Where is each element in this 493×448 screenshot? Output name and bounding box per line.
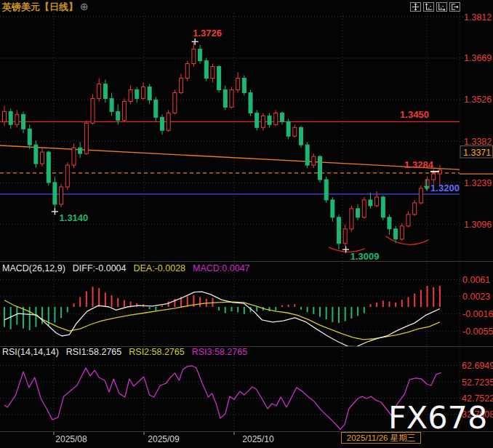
axis-scale-up-icon [425, 3, 433, 11]
time-axis: 2025/082025/092025/10 [54, 432, 274, 444]
svg-text:1.3284: 1.3284 [404, 159, 434, 170]
svg-text:1.3669: 1.3669 [464, 53, 492, 63]
svg-text:-0.0016: -0.0016 [462, 309, 493, 319]
svg-text:1.3526: 1.3526 [464, 95, 492, 105]
svg-text:0.0023: 0.0023 [462, 292, 490, 302]
chart-window: 1.37261.31401.30091.34501.32841.32001.38… [0, 0, 493, 448]
svg-text:1.3009: 1.3009 [350, 251, 380, 262]
macd-panel [4, 286, 441, 347]
svg-text:1.3200: 1.3200 [430, 183, 460, 193]
rsi-panel [4, 366, 441, 429]
svg-text:1.3726: 1.3726 [193, 28, 222, 39]
move-icon [412, 3, 420, 11]
watermark: FX678 [388, 399, 487, 436]
swing-annotations: 1.37261.31401.30091.34501.32841.3200 [52, 28, 460, 262]
price-panel: 1.37261.31401.30091.34501.32841.3200 [0, 28, 460, 262]
svg-text:1.3096: 1.3096 [464, 220, 492, 230]
chart-toolbar [410, 2, 460, 12]
add-indicator-icon[interactable]: ⊕ [80, 1, 89, 12]
symbol-title: 英镑美元 [2, 1, 40, 12]
rsi-params: RSI(14,14,14) [2, 347, 59, 357]
svg-text:1.3450: 1.3450 [400, 109, 429, 120]
axis-scale-right-button[interactable] [436, 2, 447, 12]
svg-text:62.6949: 62.6949 [462, 361, 493, 371]
current-price-box: 1.3371 [460, 146, 493, 159]
macd-params: MACD(26,12,9) [2, 263, 65, 273]
exit-chart-button[interactable] [449, 2, 460, 12]
svg-text:2025/09: 2025/09 [148, 434, 180, 444]
svg-text:1.3140: 1.3140 [60, 212, 89, 223]
rsi3-value: RSI3:58.2765 [192, 347, 247, 357]
svg-text:1.3239: 1.3239 [464, 178, 492, 188]
macd-header: MACD(26,12,9)DIFF:-0.0004DEA:-0.0028MACD… [2, 263, 257, 273]
exit-icon [451, 3, 459, 11]
svg-text:52.7235: 52.7235 [462, 377, 493, 388]
svg-text:1.3371: 1.3371 [463, 148, 491, 158]
axis-scale-right-icon [438, 3, 446, 11]
macd-dea-value: DEA:-0.0028 [133, 263, 185, 273]
rsi-header: RSI(14,14,14)RSI1:58.2765RSI2:58.2765RSI… [2, 347, 254, 357]
svg-text:1.3382: 1.3382 [464, 137, 492, 147]
svg-text:-0.0055: -0.0055 [462, 327, 493, 337]
price-axis: 1.38121.36691.35261.33821.32391.30961.33… [460, 12, 493, 420]
titlebar: 英镑美元【日线】⊕ [2, 1, 89, 14]
macd-diff-value: DIFF:-0.0004 [73, 263, 127, 273]
period-label: 【日线】 [40, 1, 78, 12]
move-tool-button[interactable] [410, 2, 421, 12]
macd-value: MACD:0.0047 [193, 263, 250, 273]
chart-canvas[interactable]: 1.37261.31401.30091.34501.32841.32001.38… [0, 0, 493, 448]
axis-scale-up-button[interactable] [423, 2, 434, 12]
rsi2-value: RSI2:58.2765 [129, 347, 184, 357]
svg-text:1.3812: 1.3812 [464, 12, 492, 23]
rsi1-value: RSI1:58.2765 [66, 347, 121, 357]
svg-text:2025/10: 2025/10 [242, 434, 274, 444]
svg-text:2025/08: 2025/08 [55, 434, 87, 444]
svg-text:0.0061: 0.0061 [462, 275, 490, 285]
